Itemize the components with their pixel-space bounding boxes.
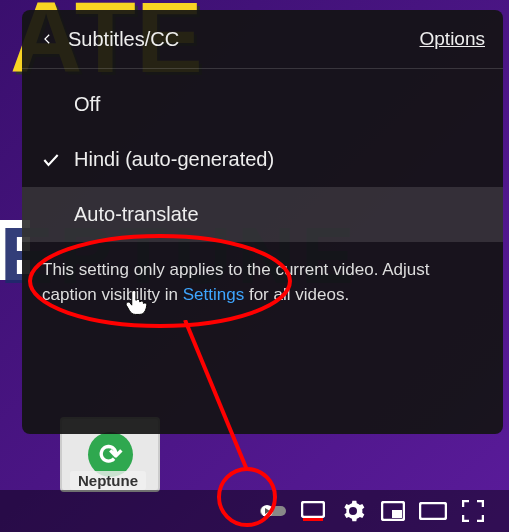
fullscreen-icon (462, 500, 484, 522)
theater-button[interactable] (413, 491, 453, 531)
autoplay-icon (260, 504, 286, 518)
svg-rect-6 (392, 510, 402, 518)
subtitle-option-off[interactable]: Off (22, 77, 503, 132)
check-icon (40, 149, 62, 171)
miniplayer-button[interactable] (373, 491, 413, 531)
settings-link[interactable]: Settings (183, 285, 244, 304)
back-button[interactable] (32, 24, 62, 54)
options-link[interactable]: Options (420, 28, 485, 50)
gear-icon (341, 499, 365, 523)
menu-title: Subtitles/CC (68, 28, 420, 51)
note-text-post: for all videos. (244, 285, 349, 304)
theater-icon (419, 502, 447, 520)
svg-rect-3 (302, 502, 324, 517)
option-label: Auto-translate (74, 203, 199, 226)
svg-rect-4 (303, 518, 323, 521)
chevron-left-icon (40, 32, 54, 46)
thumb-label: Neptune (70, 471, 146, 490)
captions-button[interactable] (293, 491, 333, 531)
player-control-bar (0, 490, 509, 532)
option-label: Off (74, 93, 100, 116)
settings-button[interactable] (333, 491, 373, 531)
menu-header: Subtitles/CC Options (22, 10, 503, 69)
miniplayer-icon (381, 501, 405, 521)
subtitles-menu: Subtitles/CC Options Off Hindi (auto-gen… (22, 10, 503, 434)
subtitle-option-auto-translate[interactable]: Auto-translate (22, 187, 503, 242)
autoplay-toggle[interactable] (253, 491, 293, 531)
subtitle-option-hindi[interactable]: Hindi (auto-generated) (22, 132, 503, 187)
captions-icon (301, 501, 325, 521)
subtitle-list: Off Hindi (auto-generated) Auto-translat… (22, 69, 503, 250)
option-label: Hindi (auto-generated) (74, 148, 274, 171)
svg-rect-7 (420, 503, 446, 519)
subtitle-note: This setting only applies to the current… (22, 250, 503, 323)
fullscreen-button[interactable] (453, 491, 493, 531)
